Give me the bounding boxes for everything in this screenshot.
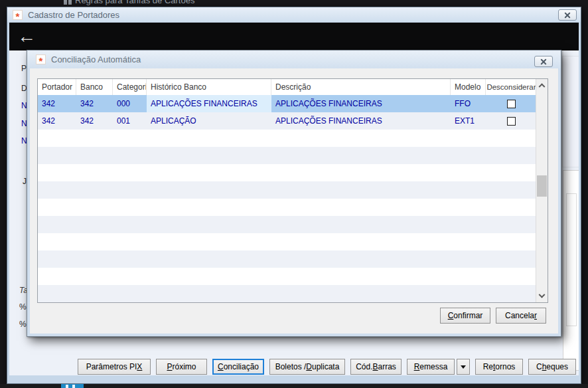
clipped-label: %	[19, 302, 27, 312]
taskbar-item[interactable]	[61, 384, 84, 388]
cell-descricao[interactable]: APLICAÇÕES FINANCEIRAS	[271, 95, 451, 112]
app-icon: *	[13, 10, 23, 20]
desconsiderar-checkbox[interactable]	[507, 100, 516, 108]
screen: Regras para Tarifas de Cartões * Cadastr…	[0, 0, 588, 388]
cell-portador[interactable]: 342	[38, 95, 76, 112]
empty-rows-stripes	[38, 130, 537, 302]
groupbox-sliver	[566, 193, 577, 326]
cell-portador[interactable]: 342	[38, 112, 76, 130]
column-header: Desconsiderar	[486, 79, 537, 95]
column-header: Descrição	[271, 79, 451, 95]
conciliacao-button[interactable]: Conciliação	[212, 359, 264, 375]
proximo-button[interactable]: Próximo	[156, 359, 207, 375]
cell-historico-banco[interactable]: APLICAÇÃO	[147, 112, 271, 130]
background-menu-icon	[68, 0, 72, 5]
cell-modelo[interactable]: EXT1	[451, 112, 486, 130]
nav-banner: ←	[9, 23, 579, 50]
remessa-button[interactable]: Remessa	[407, 359, 455, 375]
cell-banco[interactable]: 342	[76, 112, 113, 130]
dropdown-arrow-icon	[461, 365, 466, 369]
dialog-titlebar: * Conciliação Automática	[27, 50, 561, 68]
remessa-dropdown-button[interactable]	[457, 359, 470, 375]
taskbar-strip	[0, 384, 588, 388]
desconsiderar-checkbox[interactable]	[507, 117, 516, 126]
close-icon[interactable]	[558, 9, 577, 21]
close-icon[interactable]	[534, 56, 553, 67]
column-header: Modelo	[451, 79, 486, 95]
back-arrow-icon[interactable]: ←	[17, 24, 36, 49]
column-header: Categoria	[113, 79, 147, 95]
window-title: Cadastro de Portadores	[28, 10, 119, 20]
window-titlebar: * Cadastro de Portadores	[7, 7, 581, 22]
background-menu-item: Regras para Tarifas de Cartões	[75, 0, 194, 5]
dialog-title: Conciliação Automática	[51, 54, 141, 64]
dialog-body: Portador Banco Categoria Histórico Banco…	[30, 68, 558, 334]
clipped-label: %	[19, 320, 27, 329]
column-header: Portador	[38, 79, 76, 95]
table-header-row: Portador Banco Categoria Histórico Banco…	[38, 79, 537, 95]
cell-categoria[interactable]: 000	[113, 95, 147, 112]
confirmar-button[interactable]: Confirmar	[440, 308, 490, 324]
background-menu-icon	[64, 0, 67, 5]
cell-categoria[interactable]: 001	[113, 112, 147, 130]
groupbox-sliver	[562, 56, 579, 167]
retornos-button[interactable]: Retornos	[475, 359, 523, 375]
footer-button-bar: Parâmetros PIX Próximo Conciliação Bolet…	[9, 359, 576, 375]
app-icon: *	[36, 54, 46, 64]
column-header: Banco	[76, 79, 113, 95]
dialog-conciliacao-automatica: * Conciliação Automática Portador Banco …	[27, 50, 561, 337]
cheques-button[interactable]: Cheques	[528, 359, 576, 375]
clipped-label: P	[21, 64, 27, 73]
cell-banco[interactable]: 342	[76, 95, 113, 112]
parametros-pix-button[interactable]: Parâmetros PIX	[78, 359, 151, 375]
background-window-strip: Regras para Tarifas de Cartões	[0, 0, 588, 7]
cell-descricao[interactable]: APLICAÇÕES FINANCEIRAS	[271, 112, 451, 130]
remessa-split-button: Remessa	[407, 359, 470, 375]
cancelar-button[interactable]: Cancelar	[496, 308, 546, 324]
cell-modelo[interactable]: FFO	[451, 95, 486, 112]
groupbox-sliver	[563, 170, 579, 371]
conciliacao-table: Portador Banco Categoria Histórico Banco…	[37, 78, 548, 303]
vertical-scrollbar[interactable]	[536, 79, 548, 302]
scrollbar-thumb[interactable]	[537, 175, 547, 197]
scroll-down-icon[interactable]	[536, 291, 548, 302]
cod-barras-button[interactable]: Cód. Barras	[350, 359, 402, 375]
cell-historico-banco[interactable]: APLICAÇÕES FINANCEIRAS	[147, 95, 271, 112]
table-row[interactable]: 342 342 001 APLICAÇÃO APLICAÇÕES FINANCE…	[38, 112, 537, 130]
table-row[interactable]: 342 342 000 APLICAÇÕES FINANCEIRAS APLIC…	[38, 95, 537, 112]
scroll-up-icon[interactable]	[536, 79, 548, 90]
boletos-duplicata-button[interactable]: Boletos / Duplicata	[269, 359, 345, 375]
column-header: Histórico Banco	[147, 79, 271, 95]
